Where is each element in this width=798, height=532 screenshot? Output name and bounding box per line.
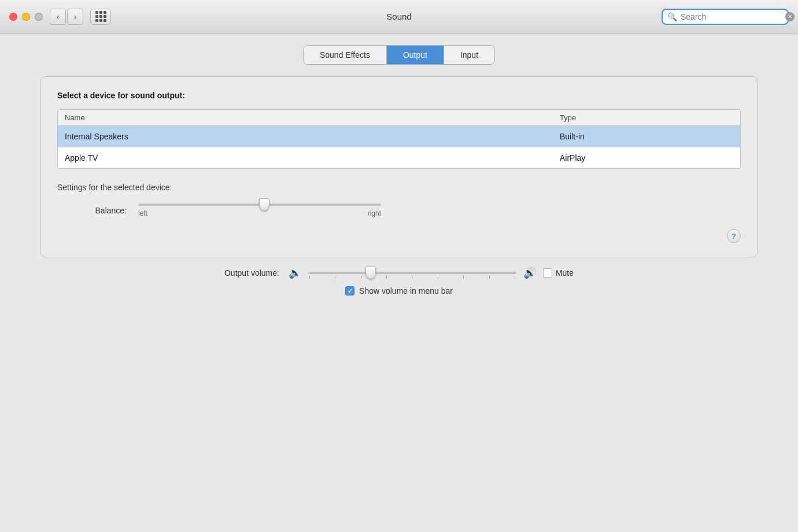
device-type: Built-in [560,132,733,141]
show-volume-row: Show volume in menu bar [345,286,453,295]
bottom-controls: Output volume: 🔈 🔊 Mut [40,267,758,295]
volume-label: Output volume: [224,268,279,278]
device-table: Name Type Internal Speakers Built-in App… [57,109,741,169]
grid-view-button[interactable] [90,9,111,25]
volume-row: Output volume: 🔈 🔊 Mut [224,267,574,279]
volume-high-icon: 🔊 [523,267,536,279]
balance-slider-container: left right [138,204,381,217]
mute-label: Mute [556,268,574,278]
help-button[interactable]: ? [727,229,741,243]
table-row[interactable]: Apple TV AirPlay [58,147,740,168]
minimize-button[interactable] [22,13,30,21]
close-button[interactable] [9,13,17,21]
window-title: Sound [386,12,411,21]
output-panel: Select a device for sound output: Name T… [40,76,758,257]
tab-bar: Sound Effects Output Input [303,45,495,65]
table-header: Name Type [58,110,740,126]
main-content: Sound Effects Output Input Select a devi… [0,34,798,532]
section-title: Select a device for sound output: [57,91,741,100]
balance-row: Balance: left right [80,204,741,217]
mute-checkbox-row: Mute [543,268,574,278]
show-volume-label: Show volume in menu bar [359,286,453,295]
help-row: ? [57,229,741,243]
search-clear-button[interactable]: ✕ [785,12,795,21]
grid-icon [95,11,106,22]
volume-slider-track[interactable] [308,272,516,274]
settings-title: Settings for the selected device: [57,183,741,192]
tab-sound-effects[interactable]: Sound Effects [304,46,387,64]
search-icon: 🔍 [667,12,677,21]
table-row[interactable]: Internal Speakers Built-in [58,126,740,147]
settings-section: Settings for the selected device: Balanc… [57,183,741,217]
device-name: Apple TV [65,153,560,162]
balance-left-label: left [138,209,147,217]
search-input[interactable] [681,12,782,21]
col-name-header: Name [65,113,560,122]
col-type-header: Type [560,113,733,122]
volume-tick-marks [308,276,516,279]
balance-slider-labels: left right [138,209,381,217]
balance-slider-thumb[interactable] [259,198,269,211]
nav-buttons: ‹ › [50,9,83,25]
balance-right-label: right [368,209,381,217]
traffic-lights [9,13,43,21]
device-type: AirPlay [560,153,733,162]
maximize-button[interactable] [35,13,43,21]
device-name: Internal Speakers [65,132,560,141]
show-volume-checkbox[interactable] [345,286,354,295]
forward-button[interactable]: › [67,9,83,25]
tab-input[interactable]: Input [444,46,494,64]
mute-checkbox[interactable] [543,268,552,278]
tab-output[interactable]: Output [387,46,444,64]
back-button[interactable]: ‹ [50,9,66,25]
titlebar: ‹ › Sound 🔍 ✕ [0,0,798,34]
search-box: 🔍 ✕ [662,9,789,25]
volume-low-icon: 🔈 [289,267,301,279]
balance-label: Balance: [80,206,127,215]
balance-slider-track[interactable] [138,204,381,206]
